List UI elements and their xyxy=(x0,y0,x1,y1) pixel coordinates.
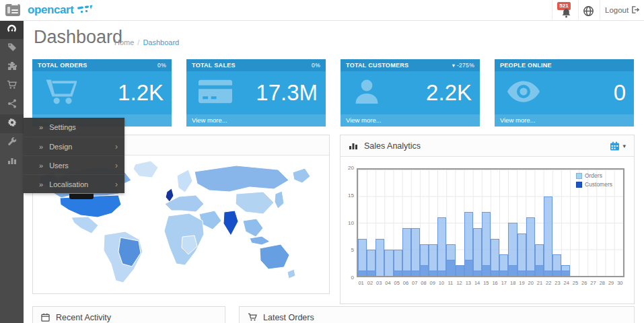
submenu-item-label: Users xyxy=(49,162,115,170)
sidebar-item-extensions[interactable] xyxy=(0,58,24,77)
x-axis-label: 14 xyxy=(472,280,481,286)
bar-chart-icon xyxy=(7,155,17,168)
globe-icon[interactable] xyxy=(583,5,595,17)
tile-title: PEOPLE ONLINE xyxy=(500,62,552,69)
customers-bar xyxy=(429,271,437,276)
chart-bar-slot xyxy=(429,170,437,276)
share-icon xyxy=(7,99,17,111)
sidebar-item-dashboard[interactable] xyxy=(0,20,24,39)
eye-icon xyxy=(507,80,540,106)
breadcrumb-separator: / xyxy=(137,38,139,46)
breadcrumb-home[interactable]: Home xyxy=(114,38,134,46)
orders-bar xyxy=(526,217,535,276)
submenu-item-users[interactable]: »Users› xyxy=(24,155,124,174)
x-axis-label: 08 xyxy=(419,280,428,286)
opencart-logo[interactable]: opencart xyxy=(28,3,93,18)
bar-chart-icon xyxy=(349,141,358,150)
customers-bar xyxy=(402,271,411,276)
tile-value: 17.3M xyxy=(256,71,318,114)
menu-toggle-icon[interactable] xyxy=(5,4,20,16)
chart-bar-slot xyxy=(473,170,482,276)
sidebar-item-reports[interactable] xyxy=(0,152,24,171)
stat-tile-total-sales: TOTAL SALES0%17.3MView more... xyxy=(186,59,326,127)
submenu-tab xyxy=(69,194,94,199)
calendar-icon xyxy=(610,141,620,151)
x-axis-label: 28 xyxy=(598,280,606,286)
customers-bar xyxy=(437,271,446,276)
tile-view-more-link[interactable]: View more... xyxy=(186,114,326,127)
sidebar-nav xyxy=(0,20,24,323)
sidebar-item-tools[interactable] xyxy=(0,133,24,152)
breadcrumb: Home/Dashboard xyxy=(114,38,179,46)
double-chevron-icon: » xyxy=(39,162,43,170)
customers-bar xyxy=(446,260,455,276)
page-title: Dashboard xyxy=(34,27,122,48)
double-chevron-icon: » xyxy=(39,180,43,188)
system-submenu: »Settings»Design›»Users›»Localisation› xyxy=(24,118,124,193)
legend-entry: Orders xyxy=(576,172,612,179)
customers-bar xyxy=(491,271,499,276)
orders-bar xyxy=(375,239,384,276)
chart-bar-slot xyxy=(544,170,552,276)
customers-bar xyxy=(482,265,491,276)
customers-bar xyxy=(561,271,570,276)
x-axis-label: 06 xyxy=(401,280,410,286)
submenu-item-localisation[interactable]: »Localisation› xyxy=(24,174,124,193)
chart-bar-slot xyxy=(446,170,455,276)
chevron-right-icon: › xyxy=(115,180,118,189)
tile-view-more-link[interactable]: View more... xyxy=(341,114,480,127)
calendar-dropdown-button[interactable]: ▾ xyxy=(610,141,626,151)
orders-bar xyxy=(437,217,446,276)
sidebar-item-marketing[interactable] xyxy=(0,96,24,114)
customers-bar xyxy=(552,271,561,276)
customers-bar xyxy=(456,265,464,276)
chart-bar-slot xyxy=(526,170,535,276)
x-axis-label: 12 xyxy=(455,280,464,286)
cart-logo-icon xyxy=(77,5,93,18)
x-axis-label: 01 xyxy=(357,280,365,286)
chart-bar-slot xyxy=(614,170,623,276)
chart-bar-slot xyxy=(394,170,402,276)
customers-bar xyxy=(411,271,420,276)
chart-bar-slot xyxy=(482,170,491,276)
notifications-bell-button[interactable]: 521 xyxy=(557,1,577,20)
customers-bar xyxy=(464,260,473,276)
x-axis-label: 26 xyxy=(580,280,589,286)
tile-value: 0 xyxy=(614,71,626,114)
x-axis-label: 17 xyxy=(499,280,508,286)
recent-activity-title: Recent Activity xyxy=(56,313,111,322)
sales-analytics-header: Sales Analytics ▾ xyxy=(341,135,634,157)
divider xyxy=(552,0,552,21)
latest-orders-header: Latest Orders xyxy=(240,307,634,323)
top-bar: opencart 521 Logout xyxy=(0,0,644,21)
sidebar-item-sales[interactable] xyxy=(0,77,24,96)
gear-icon xyxy=(7,118,17,130)
sidebar-item-system[interactable] xyxy=(0,114,24,133)
divider xyxy=(578,0,579,21)
x-axis-label: 11 xyxy=(446,280,455,286)
customers-bar xyxy=(544,271,552,276)
x-axis-label: 29 xyxy=(606,280,615,286)
orders-bar xyxy=(473,228,482,276)
tile-value: 1.2K xyxy=(118,71,164,114)
submenu-item-settings[interactable]: »Settings xyxy=(24,118,124,137)
user-icon xyxy=(353,77,381,108)
speedometer-icon xyxy=(7,24,17,36)
x-axis-label: 07 xyxy=(410,280,419,286)
orders-bar xyxy=(411,228,420,276)
orders-bar xyxy=(384,250,393,277)
stat-tile-total-orders: TOTAL ORDERS0%1.2KView more... xyxy=(32,59,172,127)
tile-view-more-link[interactable]: View more... xyxy=(495,114,634,127)
chart-bar-slot xyxy=(420,170,429,276)
customers-bar xyxy=(535,265,544,276)
recent-activity-header: Recent Activity xyxy=(33,307,225,323)
submenu-item-label: Design xyxy=(49,143,115,151)
legend-swatch xyxy=(576,173,582,179)
submenu-item-design[interactable]: »Design› xyxy=(24,137,124,155)
orders-bar xyxy=(402,228,411,276)
sidebar-item-catalog[interactable] xyxy=(0,39,24,58)
logout-button[interactable]: Logout xyxy=(605,5,640,14)
chart-bar-slot xyxy=(358,170,367,276)
double-chevron-icon: » xyxy=(39,143,43,151)
card-icon xyxy=(199,79,232,107)
